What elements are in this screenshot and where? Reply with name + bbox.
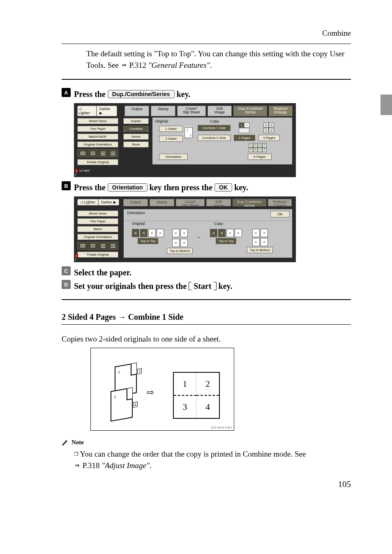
orientation-icon-selector-2[interactable]: R R R̂ R̂ xyxy=(77,242,118,250)
step-a-text: Press the Dup./Combine/Series key. xyxy=(74,90,191,99)
btn-duplex[interactable]: Duplex xyxy=(123,118,149,124)
orig-top-to-top-btn[interactable]: Top to Top xyxy=(138,238,159,244)
lighter-btn[interactable]: Lighter xyxy=(78,111,90,115)
step-b-mid: key then press the xyxy=(148,183,215,192)
lighter-btn-2[interactable]: Lighter xyxy=(84,200,96,204)
orig-top-to-bottom-btn[interactable]: Top to Bottom xyxy=(167,248,193,254)
darker-btn-2[interactable]: Darker xyxy=(101,200,112,204)
top-note-text-b: P.312 xyxy=(127,61,148,69)
tab-output[interactable]: Output xyxy=(125,106,149,116)
tab2-cover: Cover/ Slip Sheet xyxy=(176,199,205,206)
lighter-darker-group-2[interactable]: ◁ Lighter Darker ▶ xyxy=(77,199,119,205)
btn-book[interactable]: Book xyxy=(123,141,149,148)
btn-combine[interactable]: Combine xyxy=(123,126,149,132)
cross-ref-icon: ⇒ xyxy=(121,62,127,68)
combine-figure: 1 3 2 4 ⇨ 1 2 3 4 GCSHVYBJ xyxy=(90,348,234,431)
step-b-badge: B xyxy=(62,181,71,190)
btn2-orig[interactable]: Original Orientation xyxy=(77,234,118,240)
section-underline xyxy=(62,324,351,325)
tab-stamp[interactable]: Stamp xyxy=(151,106,175,116)
copy-top-to-bottom-btn[interactable]: Top to Bottom xyxy=(247,247,273,253)
tab2-dcs: Dup./Combine/ Series xyxy=(233,199,266,206)
tab-cover[interactable]: Cover/ Slip Sheet xyxy=(177,106,206,116)
fig-out-4: 4 xyxy=(196,396,219,418)
tab2-output: Output xyxy=(123,199,148,206)
note-text-a: You can change the order that the copy i… xyxy=(80,450,306,458)
tab2-stamp: Stamp xyxy=(150,199,174,206)
orientation-button-token: Orientation xyxy=(108,183,148,192)
svg-text:B: B xyxy=(64,183,68,189)
top-note-text-c: . xyxy=(210,61,212,69)
fig-label-1: 1 xyxy=(118,370,120,375)
header-rule xyxy=(62,44,351,44)
ok-button-token: OK xyxy=(214,183,232,192)
step-a-row: A Press the Dup./Combine/Series key. xyxy=(62,88,351,99)
top-note-italic: "General Features" xyxy=(148,61,210,69)
tray-size: 11"×8½" xyxy=(79,169,90,172)
figure-original-sheet-2: 2 4 xyxy=(111,387,133,422)
note-italic: "Adjust Image" xyxy=(101,461,150,470)
step-b-row: B Press the Orientation key then press t… xyxy=(62,181,351,192)
tray-extra: 2 xyxy=(75,173,76,176)
tray-indicator-2: 1 11"×8½" 2 xyxy=(75,254,90,261)
btn-batch-sadf[interactable]: Batch/SADF xyxy=(77,134,118,140)
top-note: The default setting is "Top to Top". You… xyxy=(86,48,351,71)
btn-orientation[interactable]: Orientation xyxy=(159,154,188,160)
tab-reduce[interactable]: Reduce/ Enlarge xyxy=(269,106,293,116)
tab2-reduce: Reduce/ Enlarge xyxy=(268,199,292,206)
tray-indicator: 1 11"×8½" 2 xyxy=(75,169,90,176)
page-section-header: Combine xyxy=(62,29,351,38)
note-text-c: . xyxy=(150,461,152,470)
step-b-text: Press the Orientation key then press the… xyxy=(74,183,248,192)
tray-extra-2: 2 xyxy=(75,258,76,261)
step-a-post: key. xyxy=(175,90,191,99)
step-d-post: key. xyxy=(217,282,233,291)
section-rule-bottom xyxy=(62,299,351,300)
tab-edit[interactable]: Edit Image xyxy=(208,106,232,116)
step-d-badge: D xyxy=(62,280,71,289)
btn-thin-paper[interactable]: Thin Paper xyxy=(77,126,118,132)
lighter-darker-group[interactable]: ◁ Lighter Darker ▶ xyxy=(77,106,117,116)
bracket-close-icon xyxy=(214,282,217,290)
figure-code: GCSHVYBJ xyxy=(211,426,232,429)
step-d-pre: Set your originals then press the xyxy=(74,282,189,291)
tray-num-2: 1 xyxy=(75,254,78,258)
btn2-thin[interactable]: Thin Paper xyxy=(77,218,118,224)
ok-button[interactable]: OK xyxy=(270,211,290,217)
btn2-mixed[interactable]: Mixed Sizes xyxy=(77,210,118,217)
tray-size-2: 11"×8½" xyxy=(79,254,90,257)
tab2-edit: Edit Image xyxy=(206,199,231,206)
orientation-panel: Orientation OK Original: Copy: RR RR Top… xyxy=(123,209,293,258)
screenshot-1: ◁ Lighter Darker ▶ Output Stamp Cover/ S… xyxy=(74,103,296,177)
combine-options-panel: Original: Copy: 1 Sided 2 Sided 12 Combi… xyxy=(152,117,293,165)
btn-2pages[interactable]: 2 Pages xyxy=(234,135,255,141)
btn-rotate-original[interactable]: Rotate Original xyxy=(77,159,118,165)
index-tab xyxy=(380,95,392,115)
darker-btn[interactable]: Darker xyxy=(99,107,111,111)
btn-mixed-sizes[interactable]: Mixed Sizes xyxy=(77,118,118,124)
step-b-pre: Press the xyxy=(74,183,108,192)
tab-dup-combine[interactable]: Dup./Combine/ Series xyxy=(233,106,267,116)
btn-series[interactable]: Series xyxy=(123,134,149,140)
figure-arrow-icon: ⇨ xyxy=(147,387,154,398)
svg-text:A: A xyxy=(64,90,68,96)
screenshot-2: ◁ Lighter Darker ▶ Output Stamp Cover/ S… xyxy=(74,196,296,262)
btn-4pages[interactable]: 4 Pages xyxy=(258,135,280,141)
btn-8pages[interactable]: 8 Pages xyxy=(248,154,272,160)
btn-1sided[interactable]: 1 Sided xyxy=(159,126,183,132)
arrow-icon: → xyxy=(196,234,201,240)
btn-combine-2side[interactable]: Combine 2 Side xyxy=(198,135,231,141)
tray-num: 1 xyxy=(75,169,78,173)
fig-out-2: 2 xyxy=(196,373,219,396)
copy-top-to-top-btn[interactable]: Top to Top xyxy=(216,238,237,244)
label-original-2: Original: xyxy=(132,222,146,226)
btn-2sided[interactable]: 2 Sided xyxy=(159,136,183,142)
fig-out-3: 3 xyxy=(174,396,196,418)
step-b-post: key. xyxy=(232,183,248,192)
figure-output-sheet: 1 2 3 4 xyxy=(173,372,220,419)
orientation-icon-selector[interactable]: R R R̂ R̂ xyxy=(77,149,118,157)
btn-combine-1side[interactable]: Combine 1 Side xyxy=(198,125,231,131)
btn-orig-orient[interactable]: Original Orientation xyxy=(77,141,118,148)
pages-count-icon: 12 xyxy=(184,127,193,138)
btn2-batch[interactable]: Batch xyxy=(77,226,118,232)
